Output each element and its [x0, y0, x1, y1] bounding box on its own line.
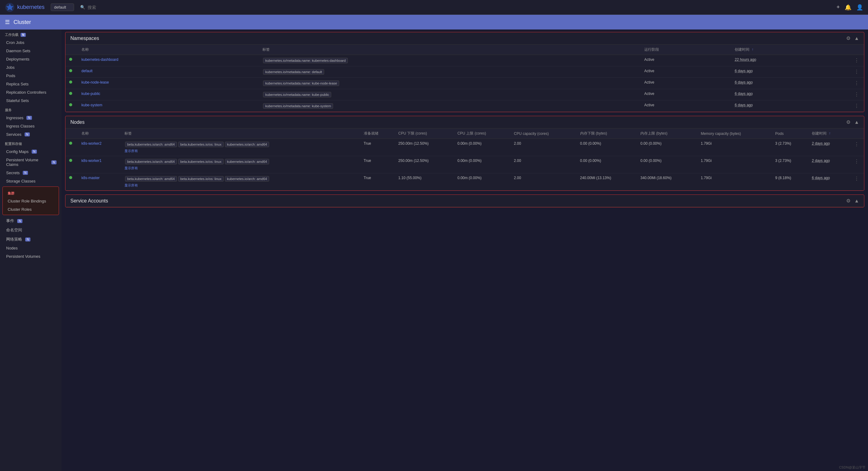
kubernetes-logo-icon: [5, 2, 15, 12]
node-pods-cell-0: 3 (2.73%): [772, 139, 808, 156]
user-icon[interactable]: 👤: [856, 4, 863, 11]
node-name-cell-2[interactable]: k8s-master: [78, 173, 121, 190]
node-ready-cell-0: True: [360, 139, 395, 156]
notifications-icon[interactable]: 🔔: [845, 4, 851, 11]
ns-menu-cell-0: ⋮: [849, 55, 864, 66]
ns-label-cell-1: kubernetes.io/metadata.name: default: [259, 66, 640, 78]
node-tag: beta.kubernetes.io/os: linux: [178, 142, 224, 147]
sidebar-section-services: 服务: [0, 105, 61, 114]
ns-status-cell-2: [65, 78, 78, 89]
sidebar-item-configmaps[interactable]: Config Maps N: [0, 148, 61, 156]
namespaces-label: 命名空间: [6, 227, 22, 233]
app-name: kubernetes: [17, 4, 44, 10]
serviceaccounts-section: Service Accounts ⚙ ▲: [65, 194, 864, 208]
show-all-link-0[interactable]: 显示所有: [124, 149, 356, 153]
namespace-selector[interactable]: default: [51, 3, 74, 11]
ns-name-cell-0[interactable]: kubernetes-dashboard: [78, 55, 259, 66]
ns-name-cell-3[interactable]: kube-public: [78, 89, 259, 100]
menu-icon[interactable]: ☰: [5, 19, 10, 26]
ns-status-cell-0: [65, 55, 78, 66]
label-tag-4: kubernetes.io/metadata.name: kube-system: [263, 103, 333, 109]
node-col-cpucap: CPU capacity (cores): [510, 128, 577, 139]
show-all-link-2[interactable]: 显示所有: [124, 183, 356, 188]
node-memlow-cell-2: 240.00Mi (13.13%): [577, 173, 637, 190]
nodes-title: Nodes: [70, 120, 85, 125]
nodes-filter-icon[interactable]: ⚙: [846, 119, 850, 125]
ns-more-menu-4[interactable]: ⋮: [853, 102, 860, 110]
sidebar-item-pv[interactable]: Persistent Volumes: [0, 252, 61, 260]
sa-filter-icon[interactable]: ⚙: [846, 198, 850, 204]
ns-name-cell-1[interactable]: default: [78, 66, 259, 78]
node-tag: beta.kubernetes.io/arch: amd64: [125, 142, 177, 147]
node-col-created: 创建时间 ↑: [808, 128, 849, 139]
node-more-menu-2[interactable]: ⋮: [853, 175, 860, 183]
node-status-cell-1: [65, 156, 78, 173]
pvc-badge: N: [51, 160, 57, 164]
ns-col-actions: [849, 44, 864, 55]
namespaces-collapse-icon[interactable]: ▲: [854, 36, 859, 41]
node-created-cell-0: 2 days ago: [808, 139, 849, 156]
pvc-label: Persistent Volume Claims: [6, 158, 48, 167]
namespaces-filter-icon[interactable]: ⚙: [846, 35, 850, 41]
label-tag-2: kubernetes.io/metadata.name: kube-node-l…: [263, 81, 339, 86]
logo: kubernetes: [5, 2, 44, 12]
sidebar-item-events[interactable]: 事件 N: [0, 216, 61, 225]
node-name-cell-0[interactable]: k8s-worker2: [78, 139, 121, 156]
sidebar-item-storageclasses[interactable]: Storage Classes: [0, 177, 61, 185]
sidebar-item-replicasets[interactable]: Replica Sets: [0, 80, 61, 88]
sidebar-section-cluster: 集群: [3, 188, 59, 197]
sidebar-item-jobs[interactable]: Jobs: [0, 63, 61, 71]
deployments-label: Deployments: [6, 57, 30, 61]
sidebar-item-ingressclasses[interactable]: Ingress Classes: [0, 122, 61, 130]
status-dot-1: [69, 69, 72, 72]
top-actions: + 🔔 👤: [836, 4, 863, 11]
node-menu-cell-0: ⋮: [849, 139, 864, 156]
sidebar-item-networkpolicies[interactable]: 网络策略 N: [0, 235, 61, 244]
search-icon[interactable]: 🔍: [80, 5, 85, 9]
events-badge: N: [17, 219, 23, 223]
ns-name-cell-2[interactable]: kube-node-lease: [78, 78, 259, 89]
sa-collapse-icon[interactable]: ▲: [854, 198, 859, 204]
sidebar-item-ingresses[interactable]: Ingresses N: [0, 114, 61, 122]
ns-more-menu-2[interactable]: ⋮: [853, 79, 860, 87]
table-row: kube-public kubernetes.io/metadata.name:…: [65, 89, 864, 100]
label-tag-1: kubernetes.io/metadata.name: default: [263, 69, 324, 75]
pods-label: Pods: [6, 73, 16, 78]
table-row: default kubernetes.io/metadata.name: def…: [65, 66, 864, 78]
nodes-collapse-icon[interactable]: ▲: [854, 120, 859, 125]
node-name-cell-1[interactable]: k8s-worker1: [78, 156, 121, 173]
table-row: kubernetes-dashboard kubernetes.io/metad…: [65, 55, 864, 66]
node-tags-cell-1: beta.kubernetes.io/arch: amd64beta.kuber…: [121, 156, 360, 173]
sidebar-item-cronjobs[interactable]: Cron Jobs: [0, 38, 61, 47]
node-status-cell-2: [65, 173, 78, 190]
sidebar-item-secrets[interactable]: Secrets N: [0, 169, 61, 177]
configmaps-label: Config Maps: [6, 149, 29, 154]
page-title: Cluster: [13, 19, 31, 26]
node-tag: beta.kubernetes.io/arch: amd64: [125, 176, 177, 182]
sidebar-item-services[interactable]: Services N: [0, 130, 61, 138]
sidebar-item-pvc[interactable]: Persistent Volume Claims N: [0, 156, 61, 169]
node-col-labels: 标签: [121, 128, 360, 139]
ns-name-cell-4[interactable]: kube-system: [78, 100, 259, 112]
ns-more-menu-0[interactable]: ⋮: [853, 57, 860, 64]
add-button[interactable]: +: [836, 4, 840, 10]
show-all-link-1[interactable]: 显示所有: [124, 166, 356, 170]
node-tag: beta.kubernetes.io/os: linux: [178, 159, 224, 164]
sidebar-item-replicationcontrollers[interactable]: Replication Controllers: [0, 88, 61, 96]
sidebar-item-nodes[interactable]: Nodes: [0, 244, 61, 252]
sidebar-item-pods[interactable]: Pods: [0, 71, 61, 80]
ns-more-menu-1[interactable]: ⋮: [853, 68, 860, 75]
ingressclasses-label: Ingress Classes: [6, 124, 34, 128]
search-input[interactable]: [88, 5, 124, 10]
sidebar-item-clusterroles[interactable]: Cluster Roles: [3, 205, 59, 214]
sidebar-item-daemonsets[interactable]: Daemon Sets: [0, 47, 61, 55]
sidebar-item-deployments[interactable]: Deployments: [0, 55, 61, 63]
node-memcap-cell-0: 1.79Gi: [697, 139, 772, 156]
node-more-menu-1[interactable]: ⋮: [853, 158, 860, 165]
node-more-menu-0[interactable]: ⋮: [853, 140, 860, 148]
ns-more-menu-3[interactable]: ⋮: [853, 91, 860, 98]
namespaces-actions: ⚙ ▲: [846, 35, 859, 41]
sidebar-item-clusterrolebindings[interactable]: Cluster Role Bindings: [3, 197, 59, 205]
sidebar-item-namespaces[interactable]: 命名空间: [0, 225, 61, 235]
sidebar-item-statefulsets[interactable]: Stateful Sets: [0, 96, 61, 105]
